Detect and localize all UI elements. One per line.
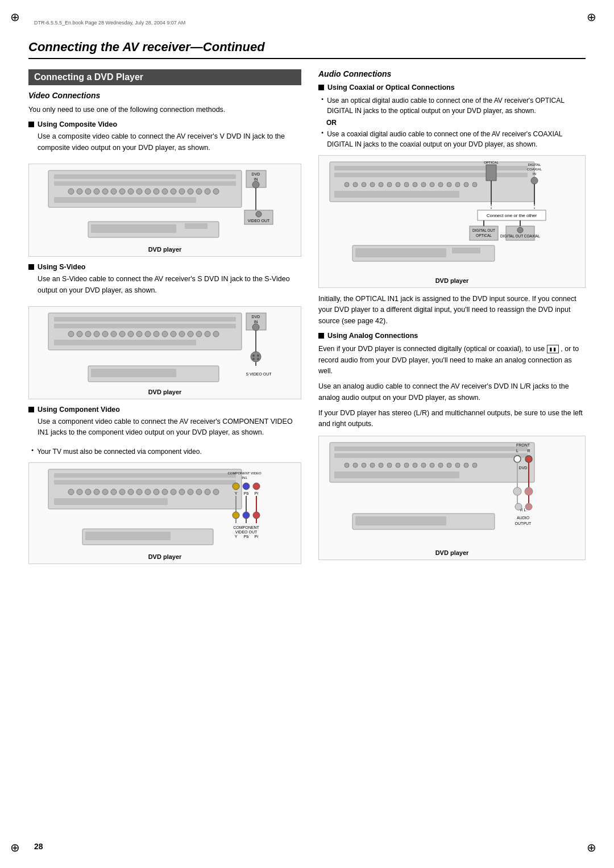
svg-text:Connect one or the other: Connect one or the other [487, 213, 537, 218]
svg-point-11 [136, 189, 142, 194]
sub-bullet-dot: • [31, 446, 34, 455]
svg-point-62 [257, 354, 259, 357]
svg-point-172 [438, 463, 443, 468]
svg-point-16 [179, 189, 185, 194]
svg-point-123 [387, 182, 392, 187]
svg-point-85 [179, 489, 185, 495]
svg-text:S VIDEO OUT: S VIDEO OUT [246, 372, 272, 376]
svg-rect-116 [334, 166, 528, 170]
file-info: DTR-6.5.5.5_En.book Page 28 Wednesday, J… [34, 20, 185, 26]
svg-point-76 [102, 489, 108, 495]
svg-point-82 [154, 489, 159, 495]
composite-video-section: Using Composite Video Use a composite vi… [28, 120, 301, 158]
composite-diagram-svg: DVD IN VIDEO OUT [32, 168, 297, 241]
svg-rect-177 [334, 471, 459, 478]
svg-rect-54 [54, 340, 196, 345]
svg-text:Y: Y [235, 491, 238, 495]
svg-point-9 [119, 189, 125, 194]
svg-point-128 [430, 182, 434, 187]
svg-rect-139 [486, 165, 496, 181]
svg-point-95 [243, 483, 250, 490]
audio-connections-title: Audio Connections [318, 69, 586, 78]
page-number: 28 [34, 842, 43, 851]
svg-text:COMPONENT VIDEO: COMPONENT VIDEO [227, 471, 262, 475]
svg-point-48 [171, 331, 176, 337]
svg-point-176 [472, 463, 477, 468]
svg-text:COAXIAL: COAXIAL [527, 168, 542, 171]
svg-point-79 [128, 489, 134, 495]
svg-point-161 [345, 463, 349, 468]
composite-diagram: DVD IN VIDEO OUT DVD player [28, 164, 301, 257]
svg-point-40 [102, 331, 108, 337]
svg-text:Pb: Pb [244, 535, 249, 539]
svg-rect-90 [54, 498, 168, 505]
svg-rect-29 [185, 223, 208, 229]
svg-point-51 [196, 331, 202, 337]
or-label: OR [326, 119, 586, 127]
component-diagram: COMPONENT VIDEO IN1 Y Pb Pr [28, 462, 301, 564]
svg-point-63 [252, 358, 255, 360]
svg-text:OPTICAL: OPTICAL [484, 161, 499, 164]
s-video-text: Use an S-Video cable to connect the AV r… [38, 274, 301, 296]
analog-text3: Use an analog audio cable to connect the… [318, 381, 586, 403]
svg-point-120 [362, 182, 366, 187]
svg-point-49 [179, 331, 185, 337]
page-header: Connecting the AV receiver—Continued [28, 40, 586, 59]
analog-label: Using Analog Connections [327, 332, 418, 340]
svg-point-61 [252, 354, 255, 357]
s-video-diagram: DVD IN S VIDEO OUT DVD player [28, 306, 301, 399]
svg-point-104 [253, 512, 260, 519]
corner-mark-br: ⊕ [587, 841, 604, 858]
svg-rect-156 [355, 248, 446, 257]
svg-rect-67 [91, 369, 176, 377]
svg-rect-134 [334, 191, 459, 198]
svg-text:Y: Y [235, 535, 238, 539]
svg-text:OPTICAL: OPTICAL [476, 233, 492, 237]
corner-mark-bl: ⊕ [10, 841, 27, 858]
svg-point-77 [111, 489, 117, 495]
svg-point-89 [213, 489, 219, 495]
svg-text:Pb: Pb [244, 491, 249, 495]
svg-point-42 [119, 331, 125, 337]
optical-coaxial-svg: DIGITAL COAXIAL IN OPTICAL Connect one o… [322, 159, 582, 273]
svg-point-13 [154, 189, 159, 194]
svg-point-181 [514, 456, 521, 462]
svg-text:DIGITAL: DIGITAL [528, 163, 542, 166]
svg-point-121 [370, 182, 375, 187]
corner-mark-tl: ⊕ [10, 10, 27, 27]
svg-point-52 [205, 331, 210, 337]
page-title: Connecting the AV receiver—Continued [28, 40, 586, 55]
svg-point-132 [464, 182, 468, 187]
svg-point-131 [455, 182, 460, 187]
svg-text:L: L [516, 449, 518, 453]
svg-rect-160 [334, 453, 528, 458]
svg-text:DIGITAL OUT COAXIAL: DIGITAL OUT COAXIAL [500, 234, 540, 238]
s-video-diagram-svg: DVD IN S VIDEO OUT [32, 310, 297, 384]
analog-diagram: FRONT L R DVD [318, 436, 586, 560]
svg-point-25 [252, 181, 259, 188]
svg-rect-28 [91, 224, 176, 233]
svg-text:VIDEO OUT: VIDEO OUT [235, 530, 258, 534]
svg-point-19 [205, 189, 210, 194]
svg-point-38 [85, 331, 91, 337]
svg-point-195 [515, 503, 522, 510]
svg-point-164 [370, 463, 375, 468]
svg-point-168 [404, 463, 409, 468]
analog-dvd-label: DVD player [322, 549, 582, 556]
svg-rect-109 [85, 532, 171, 540]
svg-point-4 [77, 189, 82, 194]
svg-point-88 [205, 489, 210, 495]
svg-text:R: R [527, 449, 530, 453]
svg-point-75 [94, 489, 99, 495]
svg-point-3 [68, 189, 74, 194]
svg-text:AUDIO: AUDIO [517, 516, 530, 520]
svg-text:Pr: Pr [255, 535, 259, 539]
svg-point-47 [162, 331, 168, 337]
svg-point-138 [531, 177, 538, 184]
svg-point-73 [77, 489, 82, 495]
svg-point-166 [387, 463, 392, 468]
svg-point-39 [94, 331, 99, 337]
svg-point-37 [77, 331, 82, 337]
svg-text:DVD: DVD [252, 172, 260, 176]
svg-rect-117 [334, 173, 528, 177]
